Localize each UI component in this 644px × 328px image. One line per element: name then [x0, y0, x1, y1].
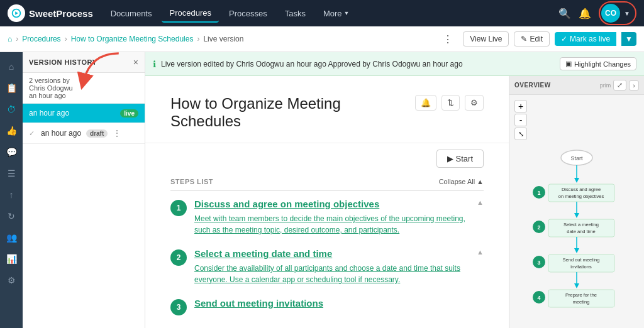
- mark-as-live-dropdown[interactable]: ▼: [621, 32, 636, 46]
- sidebar-people-icon[interactable]: 👥: [2, 228, 21, 247]
- step-chevron-2[interactable]: ▲: [477, 248, 484, 256]
- sidebar-upload-icon[interactable]: ↑: [2, 185, 21, 204]
- chevron-down-icon: ▼: [344, 10, 350, 16]
- user-chevron-icon: ▼: [624, 10, 630, 17]
- step-content-2: Select a meeting date and time Consider …: [194, 248, 469, 285]
- sidebar-thumbsup-icon[interactable]: 👍: [2, 121, 21, 140]
- svg-text:2: 2: [537, 224, 540, 231]
- zoom-fit-button[interactable]: ⤡: [514, 128, 527, 140]
- search-icon[interactable]: 🔍: [558, 8, 571, 19]
- title-actions: 🔔 ⇅ ⚙: [415, 95, 484, 111]
- start-button[interactable]: ▶ Start: [436, 150, 484, 168]
- svg-text:date and time: date and time: [567, 229, 595, 234]
- sidebar-list-icon[interactable]: ☰: [2, 164, 21, 183]
- svg-text:Prepare for the: Prepare for the: [565, 292, 597, 298]
- version-time-2: an hour ago: [41, 129, 81, 138]
- logo-text: SweetProcess: [29, 8, 93, 19]
- edit-button[interactable]: ✎ View Live Edit: [514, 31, 550, 46]
- version-history-title: VERSION HISTORY: [29, 58, 97, 66]
- app-logo[interactable]: SweetProcess: [8, 4, 93, 22]
- sidebar-home-icon[interactable]: ⌂: [2, 57, 21, 76]
- sidebar-chat-icon[interactable]: 💬: [2, 143, 21, 161]
- view-live-button[interactable]: View Live: [463, 31, 509, 46]
- svg-text:Discuss and agree: Discuss and agree: [562, 187, 601, 192]
- edit-icon: ✎: [521, 35, 527, 43]
- steps-list-label: STEPS LIST: [170, 178, 213, 185]
- zoom-out-button[interactable]: -: [514, 114, 527, 126]
- step-item-1: 1 Discuss and agree on meeting objective…: [170, 199, 484, 236]
- step-number-3: 3: [170, 299, 187, 315]
- sidebar-document-icon[interactable]: 📋: [2, 79, 21, 97]
- version-close-button[interactable]: ×: [133, 57, 138, 67]
- logo-icon: [8, 4, 25, 22]
- breadcrumb-procedure-name[interactable]: How to Organize Meeting Schedules: [71, 35, 194, 43]
- info-bar: ℹ Live version edited by Chris Odogwu an…: [145, 52, 644, 76]
- zoom-controls: + - ⤡: [514, 100, 639, 140]
- nav-documents[interactable]: Documents: [103, 5, 160, 22]
- svg-text:on meeting objectives: on meeting objectives: [558, 194, 604, 199]
- content-area: ℹ Live version edited by Chris Odogwu an…: [145, 52, 644, 328]
- mark-as-live-button[interactable]: ✓ Mark as live: [555, 32, 616, 46]
- breadcrumb-procedures[interactable]: Procedures: [22, 35, 60, 43]
- svg-text:1: 1: [537, 190, 540, 196]
- overview-controls: prim ⤢ ›: [600, 80, 639, 90]
- overview-header: OVERVIEW prim ⤢ ›: [509, 76, 644, 95]
- user-menu-button[interactable]: CO ▼: [599, 1, 636, 25]
- more-options-icon[interactable]: ⋮: [443, 33, 453, 45]
- breadcrumb-separator-2: ›: [65, 35, 67, 43]
- nav-tasks[interactable]: Tasks: [277, 5, 313, 22]
- step-title-2[interactable]: Select a meeting date and time: [194, 248, 469, 259]
- version-header: VERSION HISTORY ×: [23, 52, 145, 73]
- overview-panel: OVERVIEW prim ⤢ › + - ⤡: [509, 76, 644, 328]
- bell-action-button[interactable]: 🔔: [415, 95, 436, 111]
- collapse-all-button[interactable]: Collapse All ▲: [439, 178, 484, 185]
- svg-text:invitations: invitations: [570, 264, 592, 270]
- step-chevron-1[interactable]: ▲: [477, 199, 484, 206]
- version-item-2[interactable]: ✓ an hour ago draft ⋮: [23, 123, 145, 144]
- bell-icon[interactable]: 🔔: [579, 8, 591, 19]
- nav-processes[interactable]: Processes: [221, 5, 275, 22]
- version-list: an hour ago live ✓ an hour ago draft ⋮: [23, 104, 145, 328]
- svg-text:Send out meeting: Send out meeting: [563, 257, 600, 263]
- home-breadcrumb-icon[interactable]: ⌂: [8, 35, 12, 43]
- step-content-3: Send out meeting invitations: [194, 298, 484, 312]
- svg-marker-25: [574, 283, 579, 288]
- overview-expand-button[interactable]: ⤢: [613, 80, 626, 90]
- step-number-1: 1: [170, 200, 187, 216]
- sidebar-settings-icon[interactable]: ⚙: [2, 271, 21, 290]
- nav-items: Documents Procedures Processes Tasks Mor…: [103, 4, 548, 23]
- sidebar-clock-icon[interactable]: ⏱: [2, 100, 21, 119]
- gear-action-button[interactable]: ⚙: [465, 95, 484, 111]
- zoom-in-button[interactable]: +: [514, 100, 527, 112]
- breadcrumb-actions: ⋮ View Live ✎ View Live Edit ✓ Mark as l…: [443, 31, 636, 46]
- steps-area: STEPS LIST Collapse All ▲ 1 Discuss and …: [145, 168, 509, 328]
- sidebar-chart-icon[interactable]: 📊: [2, 249, 21, 268]
- nav-procedures[interactable]: Procedures: [162, 4, 218, 23]
- top-navigation: SweetProcess Documents Procedures Proces…: [0, 0, 644, 26]
- version-badge-draft: draft: [86, 129, 108, 138]
- svg-text:meeting: meeting: [573, 299, 590, 305]
- main-layout: ⌂ 📋 ⏱ 👍 💬 ☰ ↑ ↻ 👥 📊 ⚙ VERSION HISTORY × …: [0, 52, 644, 328]
- flowchart-diagram: Start 1 Discuss and agree on meeting obj…: [514, 145, 639, 328]
- checkmark-icon: ✓: [561, 35, 567, 43]
- info-text: Live version edited by Chris Odogwu an h…: [161, 60, 463, 68]
- version-item-1[interactable]: an hour ago live: [23, 104, 145, 123]
- nav-right-actions: 🔍 🔔 CO ▼: [558, 1, 636, 25]
- step-title-1[interactable]: Discuss and agree on meeting objectives: [194, 199, 469, 209]
- svg-marker-11: [574, 213, 579, 218]
- overview-close-button[interactable]: ›: [629, 80, 639, 90]
- step-desc-2: Consider the availability of all partici…: [194, 263, 469, 285]
- nav-more[interactable]: More ▼: [316, 5, 357, 22]
- sort-action-button[interactable]: ⇅: [441, 95, 460, 111]
- left-sidebar: ⌂ 📋 ⏱ 👍 💬 ☰ ↑ ↻ 👥 📊 ⚙: [0, 52, 23, 328]
- version-badge-live: live: [120, 109, 138, 118]
- sidebar-refresh-icon[interactable]: ↻: [2, 207, 21, 226]
- step-desc-1: Meet with team members to decide the mai…: [194, 213, 469, 236]
- highlight-changes-button[interactable]: ▣ Highlight Changes: [560, 57, 636, 70]
- version-subheader: 2 versions by Chris Odogwu an hour ago: [23, 73, 145, 104]
- breadcrumb: ⌂ › Procedures › How to Organize Meeting…: [0, 26, 644, 52]
- version-item-dots-icon[interactable]: ⋮: [113, 128, 121, 138]
- svg-text:Start: Start: [570, 155, 583, 161]
- svg-text:3: 3: [537, 260, 540, 266]
- step-title-3[interactable]: Send out meeting invitations: [194, 298, 484, 309]
